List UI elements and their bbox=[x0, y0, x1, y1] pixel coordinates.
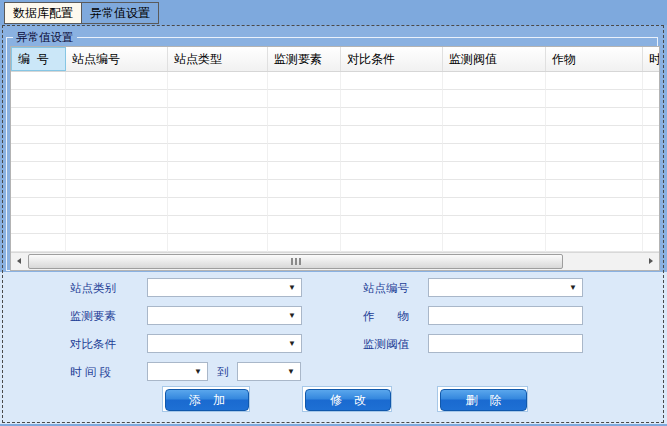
table-cell bbox=[443, 126, 546, 144]
table-cell bbox=[268, 108, 341, 126]
column-header[interactable]: 作物 bbox=[546, 47, 643, 71]
abnormal-value-table: 编 号站点编号站点类型监测要素对比条件监测阀值作物时 bbox=[10, 46, 660, 271]
table-cell bbox=[546, 198, 643, 216]
dropdown-arrow-icon: ▼ bbox=[288, 312, 296, 320]
table-cell bbox=[268, 198, 341, 216]
dropdown-arrow-icon: ▼ bbox=[288, 284, 296, 292]
thumb-grip-icon bbox=[291, 258, 293, 265]
column-header[interactable]: 对比条件 bbox=[341, 47, 443, 71]
compare-condition-label: 对比条件 bbox=[70, 337, 116, 352]
table-cell bbox=[168, 108, 268, 126]
column-header[interactable]: 编 号 bbox=[11, 47, 66, 71]
table-cell bbox=[11, 126, 66, 144]
table-cell bbox=[66, 216, 168, 234]
table-cell bbox=[643, 198, 659, 216]
scroll-right-icon bbox=[649, 258, 653, 264]
table-cell bbox=[341, 126, 443, 144]
table-cell bbox=[66, 180, 168, 198]
time-range-label: 时 间 段 bbox=[70, 365, 111, 380]
table-cell bbox=[443, 234, 546, 252]
table-cell bbox=[268, 144, 341, 162]
modify-button-frame: 修 改 bbox=[302, 386, 392, 412]
table-cell bbox=[11, 144, 66, 162]
table-cell bbox=[168, 180, 268, 198]
column-header[interactable]: 监测阀值 bbox=[443, 47, 546, 71]
scroll-right-button[interactable] bbox=[643, 253, 659, 269]
table-cell bbox=[168, 162, 268, 180]
table-cell bbox=[268, 234, 341, 252]
crop-input[interactable] bbox=[428, 306, 583, 325]
table-cell bbox=[11, 108, 66, 126]
monitor-element-label: 监测要素 bbox=[70, 309, 116, 324]
add-button-frame: 添 加 bbox=[162, 386, 250, 412]
monitor-element-combo[interactable]: ▼ bbox=[147, 306, 302, 325]
table-cell bbox=[546, 162, 643, 180]
time-from-combo[interactable]: ▼ bbox=[147, 362, 208, 381]
dropdown-arrow-icon: ▼ bbox=[569, 284, 577, 292]
table-row bbox=[11, 108, 659, 126]
delete-button-frame: 删 除 bbox=[437, 386, 528, 412]
table-cell bbox=[643, 234, 659, 252]
column-header[interactable]: 站点编号 bbox=[66, 47, 168, 71]
table-cell bbox=[168, 216, 268, 234]
modify-button[interactable]: 修 改 bbox=[305, 389, 391, 411]
table-row bbox=[11, 72, 659, 90]
column-header[interactable]: 时 bbox=[643, 47, 659, 71]
table-cell bbox=[341, 90, 443, 108]
table-cell bbox=[546, 234, 643, 252]
table-cell bbox=[66, 72, 168, 90]
table-cell bbox=[443, 180, 546, 198]
scrollbar-thumb[interactable] bbox=[28, 254, 563, 269]
scroll-left-icon bbox=[17, 258, 21, 264]
table-row bbox=[11, 198, 659, 216]
station-category-label: 站点类别 bbox=[70, 281, 116, 296]
table-cell bbox=[341, 234, 443, 252]
tab-database-config[interactable]: 数据库配置 bbox=[4, 2, 82, 24]
table-cell bbox=[66, 144, 168, 162]
table-cell bbox=[168, 234, 268, 252]
abnormal-value-settings-window: { "tabs": [ {"label": "数据库配置", "active":… bbox=[0, 0, 667, 426]
table-cell bbox=[443, 198, 546, 216]
thumb-grip-icon bbox=[295, 258, 297, 265]
table-cell bbox=[546, 216, 643, 234]
table-cell bbox=[341, 180, 443, 198]
table-cell bbox=[66, 162, 168, 180]
table-cell bbox=[443, 90, 546, 108]
table-cell bbox=[66, 90, 168, 108]
table-cell bbox=[443, 162, 546, 180]
column-header[interactable]: 站点类型 bbox=[168, 47, 268, 71]
table-cell bbox=[168, 126, 268, 144]
table-cell bbox=[546, 126, 643, 144]
table-cell bbox=[268, 162, 341, 180]
table-row bbox=[11, 90, 659, 108]
tab-abnormal-value-settings[interactable]: 异常值设置 bbox=[81, 2, 159, 24]
table-cell bbox=[168, 198, 268, 216]
horizontal-scrollbar[interactable] bbox=[11, 252, 659, 270]
time-range-separator-label: 到 bbox=[217, 365, 229, 380]
scroll-left-button[interactable] bbox=[11, 253, 27, 269]
column-header[interactable]: 监测要素 bbox=[268, 47, 341, 71]
table-cell bbox=[11, 72, 66, 90]
compare-condition-combo[interactable]: ▼ bbox=[147, 334, 302, 353]
table-cell bbox=[66, 198, 168, 216]
station-id-label: 站点编号 bbox=[363, 281, 409, 296]
table-cell bbox=[268, 90, 341, 108]
table-cell bbox=[341, 72, 443, 90]
table-cell bbox=[546, 144, 643, 162]
delete-button[interactable]: 删 除 bbox=[440, 389, 527, 411]
station-id-combo[interactable]: ▼ bbox=[428, 278, 583, 297]
table-cell bbox=[268, 126, 341, 144]
time-to-combo[interactable]: ▼ bbox=[237, 362, 301, 381]
dropdown-arrow-icon: ▼ bbox=[288, 340, 296, 348]
table-cell bbox=[443, 108, 546, 126]
table-cell bbox=[341, 216, 443, 234]
table-cell bbox=[268, 72, 341, 90]
groupbox-title: 异常值设置 bbox=[13, 30, 77, 45]
table-cell bbox=[643, 90, 659, 108]
table-row bbox=[11, 234, 659, 252]
table-cell bbox=[341, 198, 443, 216]
threshold-input[interactable] bbox=[428, 334, 583, 353]
add-button[interactable]: 添 加 bbox=[165, 389, 249, 411]
station-category-combo[interactable]: ▼ bbox=[147, 278, 302, 297]
table-cell bbox=[11, 234, 66, 252]
